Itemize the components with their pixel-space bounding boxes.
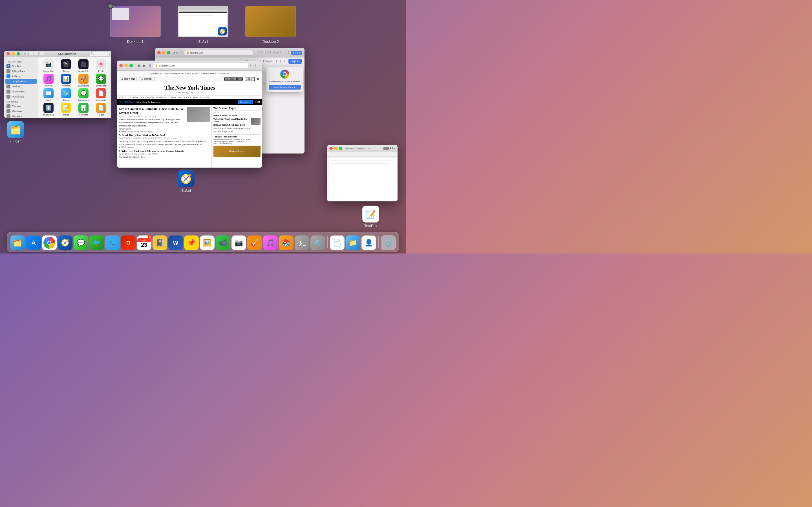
sidebar-item-allmyfiles[interactable]: All My Files — [4, 69, 38, 74]
close-button[interactable] — [6, 52, 10, 55]
sidebar-item-applications[interactable]: Applications — [5, 79, 37, 84]
textedit-icon[interactable]: 📝 — [362, 206, 379, 223]
sidebar-item-remote[interactable]: Remote... — [4, 104, 38, 109]
app-launchpad[interactable]: 🚀 Launchpad — [75, 74, 92, 87]
space-desktop2[interactable]: Desktop 2 — [245, 6, 296, 44]
dock-folder[interactable]: 📁 — [346, 235, 360, 250]
desktop1-thumbnail[interactable] — [110, 6, 161, 37]
nytimes-safari-window[interactable]: ◀ ▶ ⊞ 🔒 nytimes.com ↻ ⬆ ☆ Amazon.com: On… — [117, 61, 262, 168]
settings-icon[interactable]: ⚙ — [257, 77, 259, 80]
app-msoffice[interactable]: 📄 Microsoft Office 2011 — [93, 88, 109, 102]
dock-messages[interactable]: 💬 — [73, 235, 88, 250]
app-keynote[interactable]: 📊 Keynote — [58, 74, 74, 87]
desktop2-thumbnail[interactable] — [245, 6, 296, 37]
dock-photos[interactable]: 🖼️ — [200, 235, 214, 250]
dock-twitter[interactable]: 🐦 — [105, 235, 120, 250]
space-safari[interactable]: 🧭 Safari — [177, 6, 229, 44]
finder-icon[interactable]: 🗂️ — [7, 121, 24, 138]
google-close[interactable] — [157, 51, 161, 54]
safari-minimize[interactable] — [124, 64, 128, 67]
sidebar-item-maverick[interactable]: Maverick... — [4, 114, 38, 118]
textedit-zoom[interactable] — [339, 147, 342, 150]
app-numbers[interactable]: 📊 Numbers — [75, 103, 92, 116]
sidebar-item-documents[interactable]: Documents — [4, 89, 38, 94]
safari-close[interactable] — [119, 64, 123, 67]
underline-button[interactable]: U — [394, 147, 395, 150]
finder-window[interactable]: ⊟ Applications 🔍 FAVORITES 📦 Dropbox — [4, 51, 111, 118]
reload-button[interactable]: ↻ — [250, 64, 252, 67]
subscribe-button[interactable]: SUBSCRIBE NOW — [224, 77, 243, 80]
tab-icon[interactable]: ⊞ — [149, 64, 151, 67]
bold-button[interactable]: B — [390, 147, 391, 150]
app-image-capture[interactable]: 📷 Image Capture — [40, 59, 57, 73]
dock-limechat[interactable]: 🐦 — [89, 235, 104, 250]
textedit-minimize[interactable] — [334, 147, 338, 150]
article3-title[interactable]: 2 Fighter Jets Shot Down, Ukraine Says, … — [119, 150, 210, 152]
article2-title[interactable]: In Israel, Kerry Sees 'Work to Do' on De… — [119, 134, 210, 136]
opinion-4[interactable]: Editorial: An Ominous Health Care Ruling — [213, 127, 260, 129]
sections-button[interactable]: ☰ SECTIONS — [120, 77, 137, 81]
app-imovie[interactable]: 🎬 iMovie — [58, 59, 74, 73]
google-minimize[interactable] — [162, 51, 165, 54]
opinion-2[interactable]: Turkey Can Teach Israel How to End Terro… — [213, 118, 260, 123]
dock-sysprefs[interactable]: ⚙️ — [310, 235, 325, 250]
app-notes[interactable]: 📝 Notes — [58, 103, 74, 116]
app-iphoto[interactable]: 🌸 iPhoto — [93, 59, 109, 73]
dock-ibooks[interactable]: 📚 — [279, 235, 294, 250]
see-why-button[interactable]: See why → — [238, 100, 253, 104]
italic-button[interactable]: I — [392, 147, 393, 150]
sidebar-item-macintos[interactable]: Macintos... — [4, 109, 38, 114]
safari-thumbnail[interactable]: 🧭 — [177, 6, 229, 37]
dock-garageband[interactable]: 🎸 — [247, 235, 262, 250]
dock-itunes[interactable]: 🎵 — [263, 235, 278, 250]
app-pages[interactable]: 📄 Pages — [93, 103, 109, 116]
textedit-content[interactable] — [328, 158, 396, 202]
dock-calendar[interactable]: July 23 3 — [137, 235, 151, 250]
zoom-button[interactable] — [17, 52, 20, 55]
dock-word[interactable]: W — [168, 235, 183, 250]
app-maps[interactable]: 🗺️ Maps — [58, 88, 74, 102]
opinion-1[interactable]: 'Two Countries, No Home' — [213, 114, 260, 117]
dock-iterm[interactable]: ❯_ — [295, 235, 309, 250]
dock-chrome[interactable] — [42, 235, 57, 250]
dock-appstore[interactable]: A — [26, 235, 41, 250]
share-button[interactable]: ⬆ — [254, 64, 256, 67]
login-button[interactable]: LOG IN — [245, 77, 255, 81]
dock-oracle[interactable]: O — [121, 235, 136, 250]
dock-safari[interactable]: 🧭 — [58, 235, 72, 250]
search-button[interactable]: 🔍 SEARCH — [139, 77, 155, 81]
textedit-close[interactable] — [329, 147, 333, 150]
back-button[interactable]: ◀ — [136, 63, 141, 68]
dock-contacts[interactable]: 👤 — [361, 235, 376, 250]
app-mission-control[interactable]: ⬆️ Mission Control — [40, 103, 57, 116]
dock-facetime[interactable]: 📹 — [216, 235, 231, 250]
forward-button[interactable]: ▶ — [142, 63, 147, 68]
app-mail[interactable]: ✉️ Mail — [40, 88, 57, 102]
sidebar-item-dropbox[interactable]: 📦 Dropbox — [4, 64, 38, 69]
google-signin-button[interactable]: Sign in — [291, 51, 302, 55]
bookmark-button[interactable]: ☆ — [257, 64, 260, 67]
apps-icon[interactable]: ⋮⋮⋮ — [274, 59, 286, 64]
app-imovie9[interactable]: 🎥 iMovie 9.0.9 — [75, 59, 92, 73]
text-color[interactable] — [384, 147, 389, 150]
close-space-button[interactable]: ✕ — [108, 3, 113, 9]
dock-newdoc[interactable]: 📄 — [330, 235, 345, 250]
sidebar-item-desktop[interactable]: Desktop — [4, 84, 38, 89]
app-limechat[interactable]: 💬 LimeChat — [93, 74, 109, 87]
signin-button[interactable]: Sign in — [289, 59, 302, 64]
textedit-window[interactable]: Helvetica Regular 12 B I U — [327, 145, 398, 202]
dock-stickies[interactable]: 📌 — [184, 235, 199, 250]
url-bar[interactable]: 🔒 nytimes.com — [153, 62, 248, 69]
space-desktop1[interactable]: ✕ Desktop 1 — [110, 6, 161, 44]
safari-zoom[interactable] — [130, 64, 133, 67]
minimize-button[interactable] — [11, 52, 15, 55]
dock-finder[interactable]: 🗂️ — [10, 235, 25, 250]
dock-notefile[interactable]: 📓 — [153, 235, 167, 250]
dock-photos2[interactable]: 📷 — [232, 235, 246, 250]
dock-trash[interactable]: 🗑️ — [381, 235, 396, 250]
install-chrome-button[interactable]: Install Google Chrome — [269, 85, 301, 90]
sidebar-item-airdrop[interactable]: AirDrop — [4, 74, 38, 79]
app-messages[interactable]: 💬 Messages — [75, 88, 92, 102]
opinion-5[interactable]: Op-Ed: A 401(k) for All — [213, 130, 260, 133]
app-itunes[interactable]: 🎵 iTunes — [40, 74, 57, 87]
